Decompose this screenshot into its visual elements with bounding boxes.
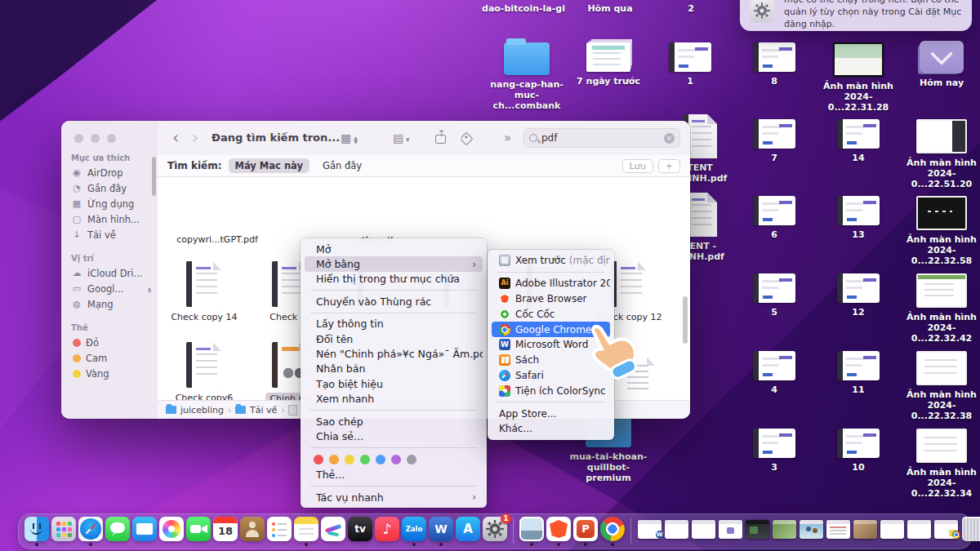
dock-contacts-icon[interactable]: [240, 517, 265, 548]
dock-apple-tv-icon[interactable]: [348, 517, 372, 548]
desktop-icon-folder[interactable]: nang-cap-han- muc-ch...combank: [484, 42, 569, 111]
context-menu-item[interactable]: Tạo biệt hiệu: [305, 376, 483, 391]
scope-option[interactable]: Gần đây: [316, 158, 368, 173]
dock-powerpoint-icon[interactable]: [573, 517, 598, 548]
desktop-icon-thumb[interactable]: 10: [816, 429, 901, 473]
dock-brave-browser-icon[interactable]: [546, 517, 571, 548]
eject-icon[interactable]: ▴: [148, 286, 151, 292]
tag-color-dot[interactable]: [314, 455, 323, 464]
dock-minimized-window[interactable]: [772, 517, 796, 548]
desktop-icon-thumb[interactable]: 14: [816, 119, 901, 163]
desktop-icon-stack[interactable]: 7 ngày trước: [566, 42, 651, 87]
dock-safari-icon[interactable]: [78, 517, 103, 548]
context-menu-item[interactable]: Sao chép: [305, 414, 483, 429]
desktop-icon-label[interactable]: Hôm qua: [587, 3, 632, 14]
dock-minimized-window[interactable]: [906, 517, 931, 548]
desktop-icon-thumb[interactable]: 5: [732, 273, 817, 318]
sidebar-item[interactable]: Tải về: [61, 227, 158, 242]
dock-minimized-window[interactable]: [745, 517, 769, 548]
clear-search-icon[interactable]: ×: [664, 133, 675, 144]
context-menu-item[interactable]: Nhân bản: [305, 362, 483, 376]
breadcrumb-item[interactable]: juicebling: [180, 405, 224, 415]
dock-notes-icon[interactable]: [294, 517, 318, 548]
desktop-icon-shot[interactable]: Ảnh màn hình 2024-0...22.32.58: [899, 196, 980, 266]
open-with-app-item[interactable]: Cốc Cốc: [492, 306, 610, 322]
desktop-icon-thumb[interactable]: 11: [816, 351, 901, 395]
desktop-icon-shot[interactable]: Ảnh màn hình 2024-0...22.32.42: [899, 273, 980, 344]
dock-music-icon[interactable]: [375, 517, 399, 548]
open-with-app-item[interactable]: Tiện ích ColorSync: [492, 383, 610, 398]
dock-minimized-window[interactable]: W: [637, 517, 662, 548]
sidebar-item[interactable]: Vàng: [61, 366, 158, 381]
dock-minimized-window[interactable]: [718, 517, 742, 548]
sidebar-item[interactable]: Mạng: [61, 296, 158, 312]
tag-color-dot[interactable]: [329, 455, 339, 464]
context-menu-item[interactable]: Xem nhanh: [305, 392, 483, 407]
desktop-icon-thumb[interactable]: 7: [732, 119, 817, 163]
view-mode-button[interactable]: [341, 131, 358, 144]
open-with-app-item[interactable]: Xem trước(mặc định): [492, 253, 610, 269]
context-menu-item[interactable]: Đổi tên: [305, 331, 483, 346]
sidebar-item[interactable]: Gần đây: [61, 180, 158, 196]
desktop-icon-thumb[interactable]: 6: [732, 196, 817, 240]
context-menu-item[interactable]: Mở: [305, 242, 483, 256]
desktop-icon-shot[interactable]: Ảnh màn hình 2024-0...22.32.34: [899, 429, 980, 499]
dock-trash-icon[interactable]: [960, 517, 980, 548]
tag-color-dot[interactable]: [391, 455, 401, 464]
open-with-app-item[interactable]: App Store...: [492, 406, 610, 421]
dock-calendar-icon[interactable]: 18: [213, 517, 238, 548]
file-label-partial[interactable]: copywri...tGPT.pdf: [176, 234, 258, 245]
file-item[interactable]: Check copy 14: [165, 261, 243, 322]
desktop-icon-shot[interactable]: Ảnh màn hình 2024-0...22.51.20: [899, 119, 980, 189]
context-menu-item[interactable]: Hiển thị trong thư mục chứa: [305, 272, 483, 287]
desktop-icon-stackfolder[interactable]: Hôm nay: [899, 41, 980, 88]
dock-image-preview-icon[interactable]: [519, 517, 544, 548]
close-button[interactable]: [74, 134, 83, 143]
desktop-icon-thumb[interactable]: 13: [816, 196, 901, 240]
open-with-app-item[interactable]: Khác...: [492, 421, 610, 437]
dock-photos-icon[interactable]: [159, 517, 184, 548]
dock-microsoft-word-icon[interactable]: [429, 517, 453, 548]
sidebar-item[interactable]: AirDrop: [61, 165, 158, 180]
dock-launchpad-icon[interactable]: [51, 517, 76, 548]
dock-messages-icon[interactable]: [105, 517, 130, 548]
back-button[interactable]: ‹: [172, 126, 179, 149]
breadcrumb-item[interactable]: Tải về: [250, 405, 277, 415]
search-input[interactable]: pdf ×: [523, 128, 680, 148]
desktop-icon-shot[interactable]: Ảnh màn hình 2024-0...22.32.38: [899, 351, 980, 421]
add-scope-button[interactable]: +: [658, 159, 680, 173]
dock-minimized-window[interactable]: [664, 517, 688, 548]
tag-color-dot[interactable]: [407, 455, 416, 464]
desktop-icon-thumb[interactable]: 8: [732, 42, 817, 87]
tag-button[interactable]: [460, 132, 474, 146]
tag-color-dot[interactable]: [345, 455, 354, 464]
dock-minimized-window[interactable]: [853, 517, 877, 548]
forward-button[interactable]: ›: [192, 126, 198, 149]
dock-minimized-window[interactable]: [933, 517, 958, 548]
dock-mail-icon[interactable]: [132, 517, 157, 548]
desktop-icon-thumb[interactable]: 4: [732, 351, 817, 395]
sidebar-item[interactable]: Googl...▴: [61, 281, 158, 296]
dock-freeform-icon[interactable]: [321, 517, 345, 548]
desktop-icon-label[interactable]: dao-bitcoin-la-gi: [482, 3, 565, 14]
dock-finder-icon[interactable]: [24, 517, 49, 548]
dock-app-store-icon[interactable]: [456, 517, 480, 548]
context-menu-item[interactable]: Nén "Chinh phá»¥c Ngá»¯ Ãm.pdf": [305, 346, 483, 361]
desktop-icon-label[interactable]: 2: [688, 3, 694, 14]
minimize-button[interactable]: [91, 134, 100, 143]
dock-minimized-window[interactable]: [880, 517, 904, 548]
scope-option[interactable]: Máy Mac này: [229, 158, 310, 173]
dock-zalo-icon[interactable]: [402, 517, 426, 548]
dock-minimized-window[interactable]: [691, 517, 715, 548]
context-menu-item[interactable]: Chia sẻ...: [305, 429, 483, 443]
tag-color-dot[interactable]: [360, 455, 370, 464]
dock-minimized-window[interactable]: [826, 517, 850, 548]
dock-minimized-window[interactable]: [799, 517, 823, 548]
context-menu-item[interactable]: Mở bằng›: [305, 256, 483, 271]
desktop-icon-thumb[interactable]: 1: [648, 42, 733, 87]
context-menu-item[interactable]: Thẻ...: [305, 468, 483, 482]
sidebar-item[interactable]: Ứng dụng: [61, 196, 158, 211]
sidebar-item[interactable]: Màn hình...: [61, 211, 158, 227]
dock-google-chrome-icon[interactable]: [600, 517, 625, 548]
context-menu-item[interactable]: Tác vụ nhanh›: [305, 490, 483, 504]
